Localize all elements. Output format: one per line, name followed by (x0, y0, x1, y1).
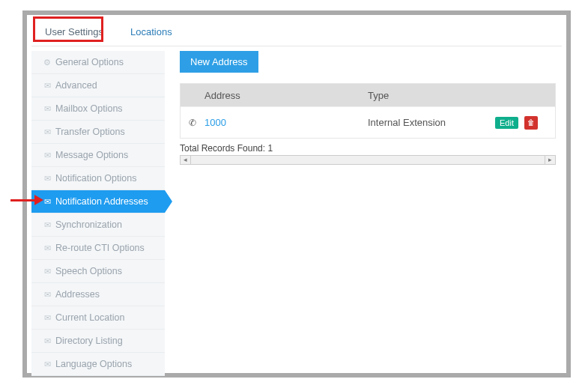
table-header: Address Type (181, 84, 555, 106)
envelope-icon: ✉ (39, 243, 55, 253)
main-panel: New Address Address Type ✆ 1000 Internal… (165, 51, 562, 376)
sidebar-item-label: Language Options (55, 359, 132, 369)
sidebar-item-message-options[interactable]: ✉ Message Options (31, 144, 165, 167)
envelope-icon: ✉ (39, 81, 55, 91)
envelope-icon: ✉ (39, 104, 55, 114)
sidebar-item-label: Current Location (55, 312, 124, 323)
sidebar-item-mailbox-options[interactable]: ✉ Mailbox Options (31, 97, 165, 121)
envelope-icon: ✉ (39, 313, 55, 323)
address-link[interactable]: 1000 (204, 117, 368, 128)
horizontal-scrollbar[interactable] (180, 155, 556, 165)
sidebar-item-label: Speech Options (55, 266, 122, 276)
envelope-icon: ✉ (39, 360, 55, 369)
envelope-icon: ✉ (39, 151, 55, 160)
envelope-icon: ✉ (39, 174, 55, 184)
sidebar-item-addresses[interactable]: ✉ Addresses (31, 283, 165, 306)
sidebar-item-label: Addresses (55, 289, 100, 300)
table-row: ✆ 1000 Internal Extension Edit 🗑 (181, 106, 555, 138)
edit-button[interactable]: Edit (495, 117, 518, 129)
sidebar-item-label: General Options (55, 57, 124, 67)
envelope-icon: ✉ (39, 290, 55, 300)
sidebar-item-label: Notification Addresses (55, 196, 148, 207)
sidebar-item-label: Re-route CTI Options (55, 243, 145, 253)
sidebar-item-advanced[interactable]: ✉ Advanced (31, 74, 165, 97)
gear-icon: ⚙ (39, 58, 55, 67)
tab-user-settings[interactable]: User Settings (31, 19, 117, 45)
sidebar-item-label: Message Options (55, 150, 128, 160)
sidebar-item-synchronization[interactable]: ✉ Synchronization (31, 213, 165, 237)
phone-icon: ✆ (181, 118, 204, 128)
sidebar-item-label: Synchronization (55, 219, 122, 230)
column-address: Address (204, 90, 368, 101)
tab-locations[interactable]: Locations (117, 19, 186, 45)
envelope-icon: ✉ (39, 267, 55, 276)
sidebar-item-label: Directory Listing (55, 336, 123, 346)
sidebar-item-label: Notification Options (55, 173, 136, 184)
address-type: Internal Extension (368, 117, 495, 129)
sidebar-item-language-options[interactable]: ✉ Language Options (31, 353, 165, 376)
sidebar-item-current-location[interactable]: ✉ Current Location (31, 306, 165, 330)
envelope-icon: ✉ (39, 336, 55, 346)
sidebar-item-general-options[interactable]: ⚙ General Options (31, 51, 165, 74)
new-address-button[interactable]: New Address (180, 51, 258, 73)
envelope-icon: ✉ (39, 197, 55, 207)
sidebar-item-notification-addresses[interactable]: ✉ Notification Addresses (31, 190, 165, 213)
trash-icon: 🗑 (527, 118, 535, 127)
sidebar: ⚙ General Options ✉ Advanced ✉ Mailbox O… (31, 51, 165, 376)
sidebar-item-transfer-options[interactable]: ✉ Transfer Options (31, 121, 165, 144)
sidebar-item-reroute-cti-options[interactable]: ✉ Re-route CTI Options (31, 237, 165, 260)
sidebar-item-directory-listing[interactable]: ✉ Directory Listing (31, 330, 165, 353)
address-table: Address Type ✆ 1000 Internal Extension E… (180, 83, 556, 139)
sidebar-item-label: Transfer Options (55, 127, 125, 137)
delete-button[interactable]: 🗑 (524, 116, 538, 130)
tabs: User Settings Locations (31, 18, 562, 46)
envelope-icon: ✉ (39, 127, 55, 137)
total-records: Total Records Found: 1 (180, 143, 556, 154)
sidebar-item-notification-options[interactable]: ✉ Notification Options (31, 167, 165, 190)
envelope-icon: ✉ (39, 220, 55, 230)
column-type: Type (368, 90, 495, 101)
sidebar-item-speech-options[interactable]: ✉ Speech Options (31, 260, 165, 283)
sidebar-item-label: Mailbox Options (55, 103, 123, 114)
sidebar-item-label: Advanced (55, 80, 97, 91)
